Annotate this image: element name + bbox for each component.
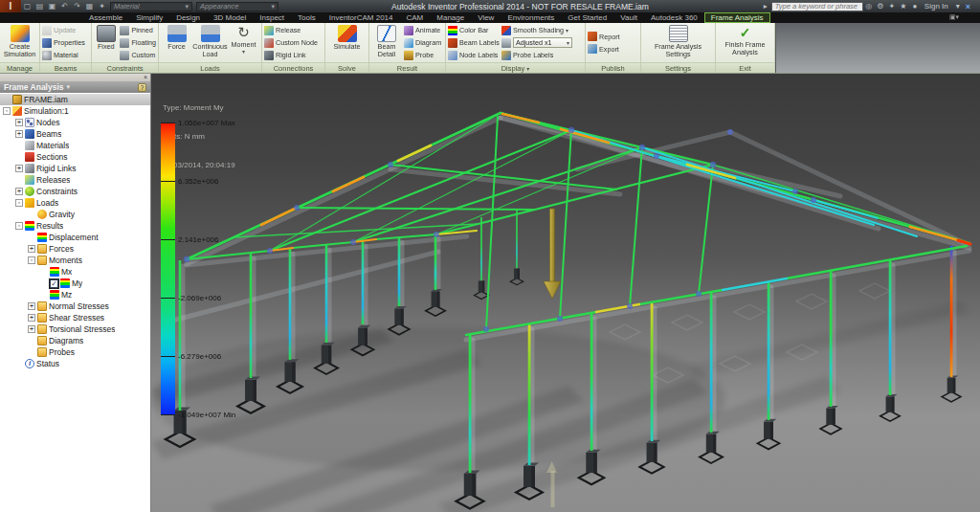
pinned-button[interactable]: Pinned — [120, 25, 156, 36]
chevron-down-icon[interactable]: ▾ — [242, 49, 245, 56]
exchange-apps-icon[interactable]: × — [966, 2, 970, 11]
finish-frame-analysis-button[interactable]: ✓ Finish Frame Analysis — [718, 24, 772, 61]
tree-item[interactable]: + ✓ Normal Stresses — [0, 301, 150, 312]
floating-button[interactable]: Floating — [120, 37, 156, 49]
moment-button[interactable]: ↻ Moment ▾ — [228, 24, 259, 61]
report-button[interactable]: Report — [588, 31, 620, 42]
help-icon[interactable]: ? — [138, 83, 146, 92]
quick-access-icon[interactable]: ▣ — [46, 1, 58, 11]
ribbon-tab[interactable]: Manage — [430, 12, 471, 23]
search-arrow-icon[interactable]: ▸ — [760, 2, 771, 11]
color-bar-button[interactable]: Color Bar — [448, 25, 500, 36]
smooth-shading-button[interactable]: Smooth Shading ▾ — [501, 25, 572, 36]
quick-access-icon[interactable]: ✦ — [96, 1, 108, 11]
expand-toggle-icon[interactable]: - — [28, 256, 35, 264]
expand-toggle-icon[interactable]: + — [28, 245, 35, 253]
tree-item[interactable]: ✓ FRAME.iam — [0, 94, 150, 105]
properties-button[interactable]: Properties — [42, 37, 85, 49]
expand-toggle-icon[interactable]: + — [15, 188, 23, 195]
export-button[interactable]: Export — [588, 43, 620, 55]
tree-item[interactable]: - ✓ Simulation:1 — [0, 105, 150, 117]
diagram-button[interactable]: Diagram — [404, 37, 441, 49]
force-button[interactable]: Force — [161, 24, 192, 61]
tree-item[interactable]: + ✓ Rigid Links — [0, 163, 150, 174]
appearance-dropdown[interactable]: Appearance ▾ — [196, 2, 278, 11]
node-labels-button[interactable]: Node Labels — [448, 50, 500, 61]
viewport-3d[interactable]: Type: Moment My Units: N mm 04/03/2014, … — [151, 74, 980, 512]
tree-item[interactable]: ✓ Mz — [0, 289, 150, 301]
frame-analysis-settings-button[interactable]: Frame Analysis Settings — [643, 24, 713, 61]
simulate-button[interactable]: Simulate — [327, 24, 367, 61]
material-button[interactable]: Material — [42, 50, 85, 61]
expand-toggle-icon[interactable]: + — [15, 130, 23, 138]
tree-item[interactable]: ✓ Sections — [0, 151, 150, 163]
tree-item[interactable]: ✓ My — [0, 278, 150, 289]
tree-item[interactable]: ✓ Displacement — [0, 232, 150, 243]
tree-item[interactable]: + ✓ Torsional Stresses — [0, 323, 150, 335]
quick-access-icon[interactable]: ↷ — [71, 1, 83, 11]
beam-detail-button[interactable]: Beam Detail — [371, 24, 402, 61]
rigid-link-button[interactable]: Rigid Link — [264, 50, 318, 61]
probe-button[interactable]: Probe — [404, 50, 441, 61]
tree-item[interactable]: - ✓ Loads — [0, 197, 150, 209]
ribbon-tab[interactable]: View — [471, 12, 501, 23]
ribbon-tab[interactable]: Frame Analysis — [704, 12, 770, 23]
displacement-scale-select[interactable]: Adjusted x1 ▾ — [513, 37, 572, 48]
material-dropdown[interactable]: Material ▾ — [110, 2, 192, 11]
tab-overflow-icon[interactable]: ▣▾ — [949, 13, 959, 21]
expand-toggle-icon[interactable]: - — [15, 199, 23, 207]
search-tool-icon[interactable]: ● — [909, 2, 921, 11]
tree-item[interactable]: ✓ Diagrams — [0, 335, 150, 346]
search-tool-icon[interactable]: ✦ — [886, 2, 898, 11]
tree-item[interactable]: ✓ Mx — [0, 266, 150, 278]
tree-item[interactable]: ✓ Probes — [0, 346, 150, 358]
expand-toggle-icon[interactable]: - — [15, 222, 23, 230]
tree-item[interactable]: + ✓ Shear Stresses — [0, 312, 150, 323]
tree-item[interactable]: ✓ Materials — [0, 140, 150, 151]
search-tool-icon[interactable]: ◎ — [863, 2, 875, 11]
tree-item[interactable]: + ✓ Forces — [0, 243, 150, 255]
custom-constraint-button[interactable]: Custom — [120, 50, 156, 61]
ribbon-tab[interactable]: InventorCAM 2014 — [323, 12, 400, 23]
quick-access-icon[interactable]: ↶ — [58, 1, 71, 11]
ribbon-tab[interactable]: Inspect — [253, 12, 291, 23]
search-tool-icon[interactable]: ★ — [898, 2, 909, 11]
expand-toggle-icon[interactable]: + — [15, 119, 23, 126]
expand-toggle-icon[interactable]: + — [15, 165, 23, 172]
quick-access-icon[interactable]: ▦ — [83, 1, 96, 11]
search-tool-icon[interactable]: ⚙ — [875, 2, 886, 11]
create-simulation-button[interactable]: Create Simulation — [2, 24, 37, 61]
search-input[interactable] — [771, 2, 863, 11]
expand-toggle-icon[interactable]: + — [28, 302, 35, 310]
ribbon-tab[interactable]: Design — [169, 12, 207, 23]
tree-item[interactable]: ✓ Releases — [0, 174, 150, 186]
sign-in-button[interactable]: Sign In — [924, 2, 948, 11]
expand-toggle-icon[interactable]: + — [28, 314, 35, 322]
tree-item[interactable]: + ✓ Constraints — [0, 186, 150, 197]
quick-access-icon[interactable]: ▢ — [21, 1, 33, 11]
animate-button[interactable]: Animate — [404, 25, 441, 36]
ribbon-tab[interactable]: Get Started — [561, 12, 613, 23]
result-checkbox[interactable]: ✓ — [50, 279, 58, 288]
chevron-down-icon[interactable]: ▾ — [952, 2, 964, 11]
ribbon-tab[interactable]: Assemble — [82, 12, 129, 23]
tree-item[interactable]: - ✓ Moments — [0, 255, 150, 266]
panel-label-display[interactable]: Display ▾ — [446, 62, 585, 73]
ribbon-tab[interactable]: Tools — [291, 12, 323, 23]
fixed-button[interactable]: Fixed — [94, 24, 118, 61]
ribbon-tab[interactable]: CAM — [399, 12, 430, 23]
tree-item[interactable]: ✓ Gravity — [0, 209, 150, 220]
probe-labels-button[interactable]: Probe Labels — [501, 50, 572, 61]
release-button[interactable]: Release — [264, 25, 318, 36]
ribbon-tab[interactable]: Vault — [613, 12, 644, 23]
beam-labels-button[interactable]: Beam Labels — [448, 37, 500, 49]
ribbon-tab[interactable]: Autodesk 360 — [644, 12, 704, 23]
ribbon-tab[interactable]: 3D Model — [207, 12, 253, 23]
tree-item[interactable]: + ✓ Beams — [0, 128, 150, 140]
expand-toggle-icon[interactable]: + — [28, 325, 35, 333]
tree-item[interactable]: ✓ Status — [0, 358, 150, 369]
custom-node-button[interactable]: Custom Node — [264, 37, 318, 49]
continuous-load-button[interactable]: Continuous Load — [194, 24, 226, 61]
ribbon-tab[interactable]: Environments — [501, 12, 561, 23]
tree-item[interactable]: - ✓ Results — [0, 220, 150, 232]
